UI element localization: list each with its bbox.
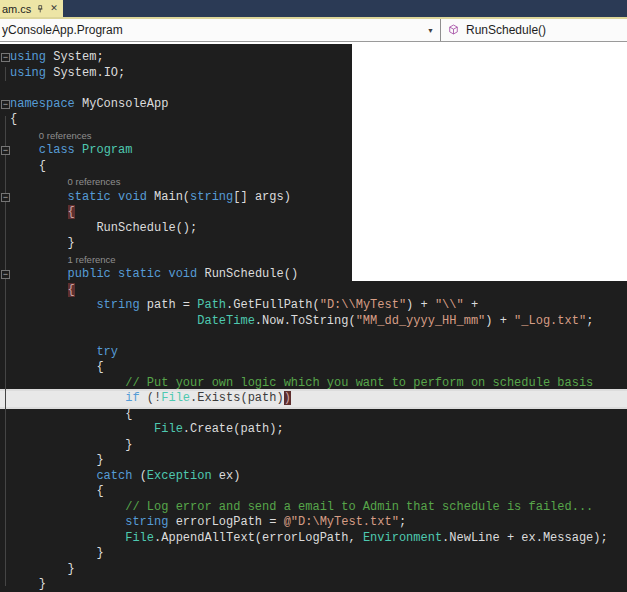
codelens-references-link[interactable]: 0 references <box>68 174 121 190</box>
code-token: { <box>10 159 46 173</box>
code-token <box>111 267 118 281</box>
code-editor[interactable]: −using System;using System.IO;−namespace… <box>0 44 627 592</box>
code-token <box>10 345 96 359</box>
code-token <box>10 283 68 297</box>
code-token <box>10 422 154 436</box>
code-line[interactable]: // Log error and send a email to Admin t… <box>0 500 627 516</box>
code-line[interactable]: } <box>0 577 627 592</box>
code-line[interactable]: } <box>0 562 627 578</box>
tab-strip: am.cs ✕ <box>0 0 627 17</box>
code-line[interactable]: { <box>0 407 627 423</box>
code-line[interactable]: File.Create(path); <box>0 422 627 438</box>
fold-toggle-icon[interactable]: − <box>1 270 10 279</box>
code-line[interactable]: if (!File.Exists(path)) <box>0 391 627 407</box>
code-token: Program <box>75 143 133 157</box>
fold-toggle-icon[interactable]: − <box>1 193 10 202</box>
code-line[interactable]: } <box>0 438 627 454</box>
code-token: .Exists(path) <box>190 391 284 405</box>
code-line[interactable]: { <box>0 360 627 376</box>
code-token: [] args) <box>233 190 291 204</box>
codelens-references-link[interactable]: 0 references <box>39 128 92 144</box>
code-token: Environment <box>363 531 442 545</box>
codelens-row[interactable]: 0 references <box>0 128 627 144</box>
code-token: void <box>118 190 147 204</box>
code-token: } <box>10 577 46 591</box>
close-icon[interactable]: ✕ <box>50 4 58 13</box>
brace-match-highlight: { <box>68 205 75 219</box>
code-token: } <box>10 236 75 250</box>
code-token: ( <box>132 469 146 483</box>
code-token: public <box>68 267 111 281</box>
code-token: using <box>10 50 46 64</box>
code-token: ) + <box>485 314 514 328</box>
code-line[interactable]: // Put your own logic which you want to … <box>0 376 627 392</box>
code-token: .GetFullPath( <box>226 298 320 312</box>
outline-guide-namespace <box>5 116 6 586</box>
code-token: .Create(path); <box>183 422 284 436</box>
codelens-row[interactable]: 1 reference <box>0 252 627 268</box>
code-token: File <box>161 391 190 405</box>
code-line[interactable]: { <box>0 484 627 500</box>
code-token: string <box>190 190 233 204</box>
code-line[interactable]: { <box>0 205 627 221</box>
code-token: Main( <box>147 190 190 204</box>
code-token: Exception <box>147 469 212 483</box>
code-token: } <box>10 438 132 452</box>
code-line[interactable]: } <box>0 453 627 469</box>
code-line[interactable]: { <box>0 159 627 175</box>
code-line[interactable]: −using System; <box>0 50 627 66</box>
member-dropdown[interactable]: RunSchedule() <box>441 19 627 41</box>
code-token: "_Log.txt" <box>514 314 586 328</box>
brace-match-highlight: { <box>68 283 75 297</box>
code-token: { <box>10 360 104 374</box>
code-token: System; <box>46 50 104 64</box>
code-token: .Now.ToString( <box>255 314 356 328</box>
tab-title: am.cs <box>2 3 31 15</box>
code-token: .AppendAllText(errorLogPath, <box>154 531 363 545</box>
type-dropdown-label: yConsoleApp.Program <box>2 23 123 37</box>
code-token: namespace <box>10 97 75 111</box>
code-token <box>10 376 125 390</box>
code-line[interactable]: − public static void RunSchedule() <box>0 267 627 283</box>
code-token: static <box>118 267 161 281</box>
code-token: + <box>464 298 478 312</box>
code-line[interactable]: using System.IO; <box>0 66 627 82</box>
code-line[interactable]: } <box>0 546 627 562</box>
codelens-references-link[interactable]: 1 reference <box>68 252 116 268</box>
code-token <box>10 314 197 328</box>
code-line[interactable]: DateTime.Now.ToString("MM_dd_yyyy_HH_mm"… <box>0 314 627 330</box>
code-line[interactable]: RunSchedule(); <box>0 221 627 237</box>
code-token: ; <box>399 515 406 529</box>
code-line[interactable]: string errorLogPath = @"D:\MyTest.txt"; <box>0 515 627 531</box>
code-line[interactable]: − static void Main(string[] args) <box>0 190 627 206</box>
code-line[interactable]: −namespace MyConsoleApp <box>0 97 627 113</box>
codelens-row[interactable]: 0 references <box>0 174 627 190</box>
code-line[interactable]: File.AppendAllText(errorLogPath, Environ… <box>0 531 627 547</box>
code-token: .NewLine + ex.Message); <box>442 531 608 545</box>
code-line[interactable] <box>0 329 627 345</box>
code-token <box>10 500 125 514</box>
code-area: −using System;using System.IO;−namespace… <box>0 50 627 592</box>
code-line[interactable] <box>0 81 627 97</box>
code-token: File <box>154 422 183 436</box>
code-token <box>10 515 125 529</box>
code-line[interactable]: { <box>0 112 627 128</box>
fold-toggle-icon[interactable]: − <box>1 146 10 155</box>
fold-toggle-icon[interactable]: − <box>1 100 10 109</box>
code-token: } <box>10 546 104 560</box>
document-tab[interactable]: am.cs ✕ <box>0 0 63 17</box>
code-token: void <box>168 267 197 281</box>
code-line[interactable]: catch (Exception ex) <box>0 469 627 485</box>
code-line[interactable]: − class Program <box>0 143 627 159</box>
code-token <box>10 391 125 405</box>
code-line[interactable]: { <box>0 283 627 299</box>
code-token: { <box>10 484 104 498</box>
code-line[interactable]: } <box>0 236 627 252</box>
code-line[interactable]: try <box>0 345 627 361</box>
code-token: } <box>10 453 104 467</box>
code-token: static <box>68 190 111 204</box>
code-line[interactable]: string path = Path.GetFullPath("D:\\MyTe… <box>0 298 627 314</box>
fold-toggle-icon[interactable]: − <box>1 53 10 62</box>
type-dropdown[interactable]: yConsoleApp.Program ▼ <box>0 19 440 41</box>
pin-icon[interactable] <box>36 4 45 14</box>
